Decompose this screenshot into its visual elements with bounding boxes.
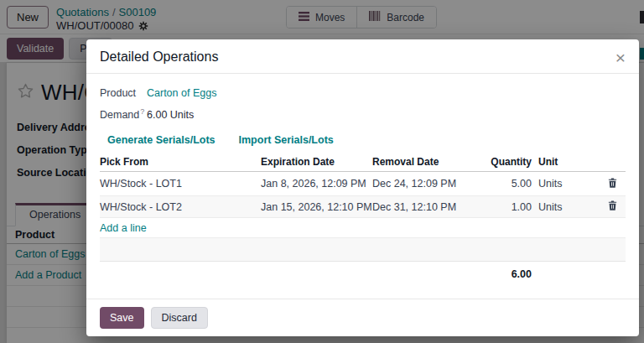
generate-serials-link[interactable]: Generate Serials/Lots — [107, 134, 216, 146]
unit-cell[interactable]: Units — [532, 178, 589, 190]
pick-from-header: Pick From — [100, 156, 261, 168]
expiration-date-header: Expiration Date — [261, 156, 372, 168]
removal-date-cell[interactable]: Dec 24, 12:09 PM — [372, 178, 465, 190]
quantity-cell[interactable]: 5.00 — [465, 178, 532, 190]
quantity-header: Quantity — [465, 156, 532, 168]
trash-icon[interactable] — [606, 199, 619, 215]
pick-from-cell[interactable]: WH/Stock - LOT1 — [100, 178, 261, 190]
empty-table-row — [100, 238, 626, 262]
quantity-total-row: 6.00 — [100, 262, 626, 280]
demand-value: 6.00 Units — [147, 109, 194, 121]
detailed-operations-dialog: Detailed Operations × Product Carton of … — [86, 39, 639, 336]
discard-button[interactable]: Discard — [151, 307, 208, 329]
removal-date-header: Removal Date — [372, 156, 465, 168]
add-a-line-link[interactable]: Add a line — [100, 222, 147, 234]
expiration-date-cell[interactable]: Jan 8, 2026, 12:09 PM — [261, 178, 372, 190]
save-button[interactable]: Save — [100, 307, 144, 329]
close-icon[interactable]: × — [612, 45, 629, 70]
lot-row[interactable]: WH/Stock - LOT2 Jan 15, 2026, 12:10 PM D… — [100, 196, 626, 218]
lot-row[interactable]: WH/Stock - LOT1 Jan 8, 2026, 12:09 PM De… — [100, 172, 626, 196]
product-value-link[interactable]: Carton of Eggs — [147, 87, 216, 99]
lots-table-header: Pick From Expiration Date Removal Date Q… — [100, 156, 626, 172]
dialog-title: Detailed Operations — [100, 49, 626, 65]
demand-label: Demand? — [100, 107, 147, 121]
unit-header: Unit — [532, 156, 589, 168]
removal-date-cell[interactable]: Dec 31, 12:10 PM — [372, 201, 465, 213]
trash-icon[interactable] — [606, 176, 619, 192]
help-question-icon: ? — [140, 107, 144, 116]
unit-cell[interactable]: Units — [532, 201, 589, 213]
product-label: Product — [100, 87, 147, 99]
quantity-cell[interactable]: 1.00 — [465, 201, 532, 213]
import-serials-link[interactable]: Import Serials/Lots — [239, 134, 334, 146]
pick-from-cell[interactable]: WH/Stock - LOT2 — [100, 201, 261, 213]
expiration-date-cell[interactable]: Jan 15, 2026, 12:10 PM — [261, 201, 372, 213]
total-quantity: 6.00 — [465, 268, 532, 280]
